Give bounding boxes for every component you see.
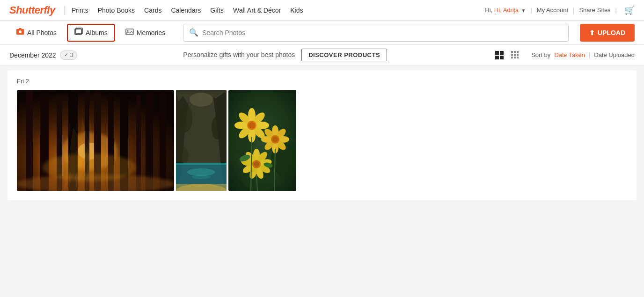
- svg-rect-13: [517, 51, 519, 53]
- share-sites-link[interactable]: Share Sites: [579, 7, 610, 14]
- view-controls: [493, 49, 522, 62]
- svg-point-40: [178, 104, 192, 132]
- divider-1: |: [530, 7, 532, 14]
- svg-point-46: [192, 174, 211, 179]
- top-navigation: Shutterfly | Prints Photo Books Cards Ca…: [0, 0, 644, 21]
- sort-divider: |: [589, 51, 590, 58]
- svg-rect-8: [500, 51, 504, 55]
- album-icon: [74, 28, 83, 38]
- gift-promo: Personalize gifts with your best photos …: [77, 49, 493, 61]
- svg-point-6: [127, 30, 128, 31]
- nav-link-calendars[interactable]: Calendars: [171, 7, 201, 14]
- tab-all-photos[interactable]: All Photos: [9, 25, 63, 41]
- svg-rect-44: [176, 163, 227, 165]
- svg-point-42: [177, 146, 189, 165]
- photo-item-3[interactable]: [228, 90, 296, 191]
- user-dropdown-arrow: ▼: [521, 8, 526, 13]
- photo-toolbar: December 2022 ✓ 3 Personalize gifts with…: [0, 45, 644, 65]
- svg-rect-15: [514, 54, 516, 56]
- check-icon: ✓: [64, 52, 68, 58]
- sort-date-uploaded[interactable]: Date Uploaded: [594, 51, 635, 58]
- my-account-link[interactable]: My Account: [537, 7, 568, 14]
- svg-point-49: [190, 93, 213, 107]
- photo-icon: [16, 28, 24, 38]
- cart-icon[interactable]: 🛒: [624, 5, 635, 15]
- photo-item-2[interactable]: [176, 90, 227, 191]
- tab-albums[interactable]: Albums: [67, 24, 115, 42]
- svg-rect-24: [40, 90, 49, 191]
- nav-link-kids[interactable]: Kids: [290, 7, 303, 14]
- svg-point-63: [249, 122, 255, 129]
- discover-products-button[interactable]: DISCOVER PRODUCTS: [301, 49, 387, 61]
- photos-grid: [17, 90, 627, 191]
- svg-point-1: [19, 30, 22, 33]
- nav-link-cards[interactable]: Cards: [144, 7, 161, 14]
- svg-rect-12: [514, 51, 516, 53]
- tab-memories-label: Memories: [137, 29, 165, 36]
- nav-link-photo-books[interactable]: Photo Books: [98, 7, 135, 14]
- upload-button[interactable]: ⬆ UPLOAD: [580, 24, 635, 42]
- search-bar[interactable]: 🔍: [183, 24, 569, 42]
- svg-rect-17: [511, 57, 513, 58]
- nav-link-wall-art[interactable]: Wall Art & Décor: [233, 7, 281, 14]
- tab-memories[interactable]: Memories: [119, 25, 172, 41]
- sort-section: Sort by Date Taken | Date Uploaded: [531, 51, 635, 58]
- nav-divider: |: [64, 5, 66, 15]
- svg-point-41: [212, 116, 223, 139]
- sort-date-taken[interactable]: Date Taken: [554, 51, 585, 58]
- nav-link-gifts[interactable]: Gifts: [210, 7, 224, 14]
- svg-rect-5: [126, 29, 133, 35]
- logo[interactable]: Shutterfly: [9, 4, 55, 16]
- grid-small-view-button[interactable]: [509, 49, 522, 62]
- grid-large-view-button[interactable]: [493, 49, 506, 62]
- svg-rect-48: [176, 184, 227, 191]
- svg-rect-2: [19, 28, 22, 29]
- date-label: December 2022: [9, 51, 56, 59]
- svg-rect-10: [500, 56, 504, 59]
- svg-point-73: [272, 137, 278, 142]
- svg-rect-19: [517, 57, 519, 58]
- svg-point-38: [43, 153, 136, 181]
- main-content: Fri 2: [0, 65, 644, 212]
- svg-rect-7: [495, 51, 499, 55]
- divider-2: |: [573, 7, 574, 14]
- search-input[interactable]: [202, 29, 563, 36]
- svg-rect-14: [511, 54, 513, 56]
- secondary-navigation: All Photos Albums Memories 🔍 ⬆ UPLOAD: [0, 21, 644, 45]
- nav-link-prints[interactable]: Prints: [72, 7, 88, 14]
- upload-arrow-icon: ⬆: [589, 29, 595, 36]
- nav-links: Prints Photo Books Cards Calendars Gifts…: [72, 7, 485, 14]
- user-greeting[interactable]: Hi, Hi, Adrija ▼: [485, 7, 526, 14]
- tab-all-photos-label: All Photos: [27, 29, 57, 36]
- sort-label: Sort by: [531, 51, 550, 58]
- svg-rect-32: [146, 90, 153, 191]
- nav-right: Hi, Hi, Adrija ▼ | My Account | Share Si…: [485, 5, 635, 15]
- svg-rect-33: [160, 90, 166, 191]
- date-group-fri2: Fri 2: [7, 70, 637, 200]
- svg-rect-23: [26, 90, 33, 191]
- svg-rect-11: [511, 51, 513, 53]
- search-icon: 🔍: [189, 28, 198, 37]
- svg-point-84: [254, 161, 259, 167]
- tab-albums-label: Albums: [86, 29, 108, 36]
- date-group-label: Fri 2: [17, 78, 627, 85]
- svg-rect-16: [517, 54, 519, 56]
- photo-count: 3: [70, 52, 73, 58]
- svg-rect-9: [495, 56, 499, 59]
- svg-rect-18: [514, 57, 516, 58]
- photo-count-badge: ✓ 3: [60, 51, 78, 60]
- photo-item-1[interactable]: [17, 90, 174, 191]
- memories-icon: [125, 28, 134, 38]
- divider-3: |: [615, 7, 617, 14]
